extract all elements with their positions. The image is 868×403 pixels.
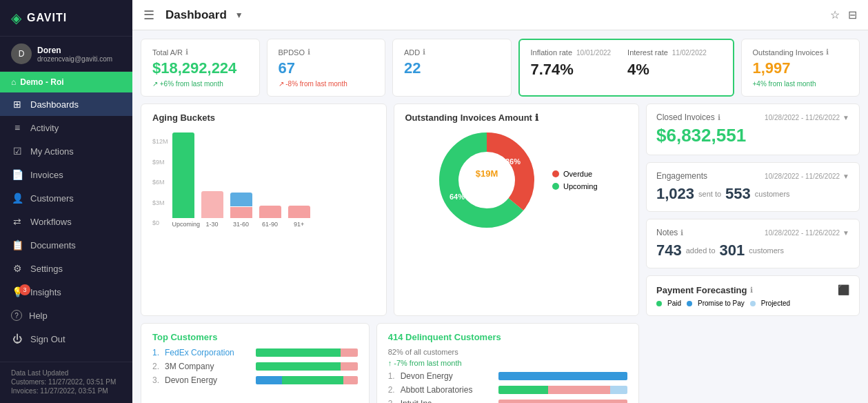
bar-label-31-60: 31-60 <box>230 221 252 228</box>
nav-label-workflows: Workflows <box>30 217 72 227</box>
engagements-sent: 1,023 <box>656 185 694 203</box>
bpdso-info-icon: ℹ <box>307 48 310 57</box>
sidebar-item-help[interactable]: ? Help <box>0 304 132 327</box>
engagements-customers: 553 <box>725 185 751 203</box>
footer-label: Data Last Updated <box>11 369 121 377</box>
star-icon[interactable]: ☆ <box>830 8 840 21</box>
sidebar-item-dashboards[interactable]: ⊞ Dashboards <box>0 92 132 116</box>
engagements-card: Engagements 10/28/2022 - 11/26/2022 ▼ 1,… <box>646 162 860 212</box>
nav-label-activity: Activity <box>30 123 59 133</box>
help-icon: ? <box>11 310 22 321</box>
documents-icon: 📋 <box>11 239 23 250</box>
payment-forecasting-card: Payment Forecasting ℹ ⬛ Paid Promise to … <box>646 275 860 316</box>
top-customers-card: Top Customers 1. FedEx Corporation 2. 3M… <box>141 323 370 403</box>
dashboards-icon: ⊞ <box>11 99 23 110</box>
sidebar-demo-label[interactable]: ⌂ Demo - Roi <box>0 72 132 92</box>
sidebar-item-customers[interactable]: 👤 Customers <box>0 186 132 210</box>
customer-bar-2 <box>256 362 358 371</box>
notes-count: 743 <box>656 242 682 259</box>
filter-icon[interactable]: ⊟ <box>848 8 857 21</box>
sidebar-item-sign-out[interactable]: ⏻ Sign Out <box>0 327 132 351</box>
sidebar-item-workflows[interactable]: ⇄ Workflows <box>0 210 132 233</box>
sidebar: ◈ GAVITI D Doren drozencvaig@gaviti.com … <box>0 0 132 403</box>
insights-badge: 3 <box>19 284 30 295</box>
customer-name-2: 3M Company <box>165 362 250 371</box>
sidebar-item-my-actions[interactable]: ☑ My Actions <box>0 139 132 163</box>
inflation-value: 7.74% <box>531 61 612 79</box>
delinquent-name-2: Abbott Laboratories <box>401 385 493 395</box>
sidebar-user: D Doren drozencvaig@gaviti.com <box>0 37 132 72</box>
sidebar-item-insights[interactable]: 💡 Insights 3 <box>0 280 132 304</box>
bar-chart <box>172 128 375 218</box>
engagements-dropdown[interactable]: ▼ <box>842 173 849 180</box>
sidebar-logo: ◈ GAVITI <box>0 0 132 37</box>
engagements-sent-label: sent to <box>698 190 721 198</box>
donut-legend: Overdue Upcoming <box>552 170 598 190</box>
customer-name-3: Devon Energy <box>165 375 250 385</box>
topbar: ☰ Dashboard ▼ ☆ ⊟ <box>132 0 868 30</box>
sidebar-item-documents[interactable]: 📋 Documents <box>0 233 132 257</box>
outstanding-inv-trend: +4% from last month <box>753 80 849 88</box>
sidebar-item-invoices[interactable]: 📄 Invoices <box>0 163 132 186</box>
notes-dropdown[interactable]: ▼ <box>842 229 849 237</box>
delinquent-customers-card: 414 Delinquent Customers 82% of all cust… <box>376 323 639 403</box>
y-label-12m: $12M <box>152 138 168 145</box>
page-title: Dashboard <box>165 8 227 22</box>
nav-label-settings: Settings <box>30 264 63 274</box>
nav-label-insights: Insights <box>30 287 61 297</box>
closed-invoices-dropdown[interactable]: ▼ <box>842 114 849 121</box>
notes-customers: 301 <box>720 242 745 259</box>
add-value: 22 <box>404 59 500 77</box>
bar-31-60 <box>230 193 252 218</box>
trend-arrow-up: ↗ <box>152 80 158 88</box>
total-ar-info-icon: ℹ <box>185 48 188 57</box>
top-customers-title: Top Customers <box>152 332 358 342</box>
customer-name-1[interactable]: FedEx Corporation <box>165 348 250 357</box>
donut-chart: $19M 36% 64% <box>435 128 538 232</box>
outstanding-inv-value: 1,997 <box>753 59 849 77</box>
nav-label-customers: Customers <box>30 193 74 204</box>
bar-1-30 <box>201 191 223 218</box>
bpdso-trend: ↗ -8% from last month <box>279 80 374 88</box>
delinquent-bar-3 <box>498 400 627 403</box>
engagements-title: Engagements <box>656 171 707 181</box>
interest-value: 4% <box>627 61 707 79</box>
promise-to-pay-label: Promise to Pay <box>698 299 745 307</box>
right-bottom-spacer <box>646 323 860 403</box>
upcoming-dot <box>552 183 559 190</box>
logo-text: GAVITI <box>27 12 67 24</box>
projected-label: Projected <box>761 299 790 307</box>
kpi-bpdso: BPDSO ℹ 67 ↗ -8% from last month <box>267 39 386 97</box>
inflation-item: Inflation rate 10/01/2022 7.74% <box>531 48 612 87</box>
title-dropdown-icon[interactable]: ▼ <box>235 10 243 20</box>
y-label-6m: $6M <box>152 179 168 186</box>
sidebar-item-activity[interactable]: ≡ Activity <box>0 116 132 139</box>
delinquent-row-2: 2. Abbott Laboratories <box>388 385 627 395</box>
closed-invoices-date: 10/28/2022 - 11/26/2022 <box>765 114 840 121</box>
menu-toggle[interactable]: ☰ <box>143 8 154 23</box>
avatar: D <box>11 43 32 64</box>
payment-forecasting-export[interactable]: ⬛ <box>838 284 849 295</box>
customer-rank-2: 2. <box>152 362 159 371</box>
overdue-dot <box>552 170 559 177</box>
customer-bar-1 <box>256 348 358 357</box>
trend-arrow-up-bpdso: ↗ <box>279 80 284 88</box>
add-label: ADD <box>404 48 420 57</box>
notes-added-label: added to <box>686 246 716 255</box>
delinquent-trend: ↑ -7% from last month <box>388 359 627 367</box>
paid-dot <box>656 301 662 306</box>
customers-icon: 👤 <box>11 193 23 204</box>
my-actions-icon: ☑ <box>11 146 23 157</box>
sidebar-item-settings[interactable]: ⚙ Settings <box>0 257 132 280</box>
kpi-row: Total A/R ℹ $18,292,224 ↗ +6% from last … <box>141 39 860 97</box>
bar-label-1-30: 1-30 <box>201 221 223 228</box>
sign-out-icon: ⏻ <box>11 333 23 344</box>
nav-label-help: Help <box>29 311 48 321</box>
notes-customers-label: customers <box>749 246 784 255</box>
engagements-date: 10/28/2022 - 11/26/2022 <box>765 173 840 180</box>
delinquent-name-1: Devon Energy <box>401 371 493 381</box>
outstanding-amount-title: Outstanding Invoices Amount <box>405 112 532 123</box>
bar-91plus <box>288 206 310 218</box>
promise-to-pay-dot <box>687 301 692 306</box>
sidebar-nav: ⊞ Dashboards ≡ Activity ☑ My Actions 📄 I… <box>0 92 132 362</box>
